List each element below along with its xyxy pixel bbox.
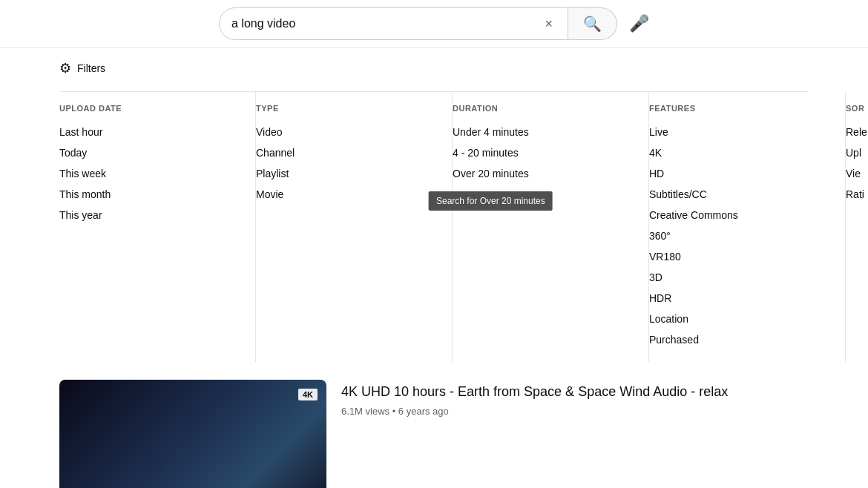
filter-columns: UPLOAD DATE Last hour Today This week Th… (59, 91, 809, 362)
meta-separator: • (392, 406, 398, 417)
filter-upload-date[interactable]: Upl (846, 142, 868, 163)
video-age: 6 years ago (398, 406, 449, 417)
mic-button[interactable]: 🎤 (629, 14, 649, 33)
filters-section: ⚙ Filters UPLOAD DATE Last hour Today Th… (0, 48, 868, 362)
filter-this-year[interactable]: This year (59, 205, 240, 225)
header: × 🔍 🎤 (0, 0, 868, 48)
clear-button[interactable]: × (542, 13, 556, 35)
filter-creative-commons[interactable]: Creative Commons (649, 205, 830, 225)
filter-4-20[interactable]: 4 - 20 minutes (453, 142, 634, 163)
type-column: TYPE Video Channel Playlist Movie (256, 92, 453, 362)
filters-icon: ⚙ (59, 60, 71, 76)
mic-icon: 🎤 (629, 14, 649, 33)
upload-date-column: UPLOAD DATE Last hour Today This week Th… (59, 92, 256, 362)
filter-over-20[interactable]: Over 20 minutes (453, 163, 529, 184)
filter-location[interactable]: Location (649, 309, 830, 329)
filters-toggle[interactable]: ⚙ Filters (59, 60, 809, 76)
filter-live[interactable]: Live (649, 122, 830, 142)
filter-relevance[interactable]: Rele (846, 122, 868, 142)
clear-icon: × (545, 16, 553, 32)
video-thumbnail[interactable]: 10 Hours 4K (59, 380, 326, 488)
search-button[interactable]: 🔍 (568, 7, 617, 40)
over-20-wrapper: Over 20 minutes Search for Over 20 minut… (453, 163, 529, 184)
filter-channel[interactable]: Channel (256, 142, 437, 163)
sort-header: SOR (846, 104, 868, 113)
filter-purchased[interactable]: Purchased (649, 329, 830, 350)
search-bar: × (219, 7, 568, 40)
filter-this-month[interactable]: This month (59, 184, 240, 205)
filter-vr180[interactable]: VR180 (649, 246, 830, 267)
filters-label: Filters (77, 62, 105, 74)
search-input[interactable] (231, 17, 542, 30)
filter-this-week[interactable]: This week (59, 163, 240, 184)
search-icon: 🔍 (583, 15, 602, 33)
thumbnail-badge: 4K (298, 389, 318, 400)
features-column: FEATURES Live 4K HD Subtitles/CC Creativ… (649, 92, 846, 362)
features-header: FEATURES (649, 104, 830, 113)
type-header: TYPE (256, 104, 437, 113)
filter-3d[interactable]: 3D (649, 267, 830, 288)
thumbnail-text: 10 Hours (59, 484, 185, 488)
filter-under-4[interactable]: Under 4 minutes (453, 122, 634, 142)
filter-view-count[interactable]: Vie (846, 163, 868, 184)
filter-today[interactable]: Today (59, 142, 240, 163)
sort-column: SOR Rele Upl Vie Rati (846, 92, 868, 362)
filter-playlist[interactable]: Playlist (256, 163, 437, 184)
video-info: 4K UHD 10 hours - Earth from Space & Spa… (341, 380, 809, 488)
filter-subtitles[interactable]: Subtitles/CC (649, 184, 830, 205)
filter-last-hour[interactable]: Last hour (59, 122, 240, 142)
filter-video[interactable]: Video (256, 122, 437, 142)
upload-date-header: UPLOAD DATE (59, 104, 240, 113)
view-count: 6.1M views (341, 406, 389, 417)
filter-rating[interactable]: Rati (846, 184, 868, 205)
filter-hd[interactable]: HD (649, 163, 830, 184)
video-title[interactable]: 4K UHD 10 hours - Earth from Space & Spa… (341, 383, 809, 401)
filter-movie[interactable]: Movie (256, 184, 437, 205)
results-section: 10 Hours 4K 4K UHD 10 hours - Earth from… (0, 368, 868, 488)
duration-column: DURATION Under 4 minutes 4 - 20 minutes … (453, 92, 649, 362)
filter-hdr[interactable]: HDR (649, 288, 830, 309)
filter-360[interactable]: 360° (649, 225, 830, 246)
search-container: × 🔍 🎤 (219, 7, 649, 40)
duration-header: DURATION (453, 104, 634, 113)
video-meta: 6.1M views • 6 years ago (341, 406, 809, 417)
filter-4k[interactable]: 4K (649, 142, 830, 163)
